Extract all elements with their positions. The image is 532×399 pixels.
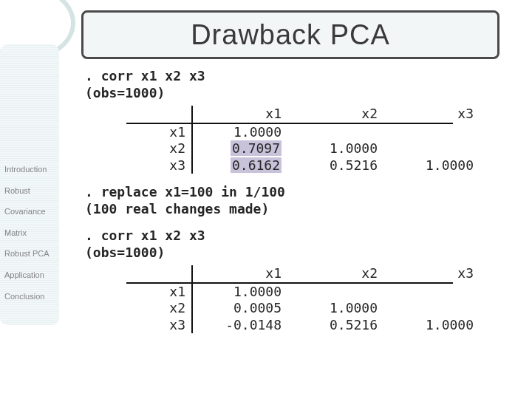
- col-header: x2: [289, 265, 385, 282]
- col-header: x2: [289, 106, 385, 123]
- stata-replace-result: (100 real changes made): [85, 201, 514, 218]
- stata-cmd-replace: . replace x1=100 in 1/100: [85, 184, 514, 201]
- title-box: Drawback PCA: [81, 10, 499, 59]
- sidebar-item-covariance: Covariance: [4, 201, 71, 222]
- header-blank: [126, 265, 193, 282]
- sidebar-item-robust: Robust: [4, 180, 71, 202]
- table-row: x2 0.7097 1.0000: [126, 140, 514, 157]
- cell: -0.0148: [193, 317, 289, 334]
- table-row: x1 1.0000: [126, 284, 514, 301]
- corr-table-2: x1 x2 x3 x1 1.0000 x2 0.0005 1.0000: [126, 265, 514, 333]
- cell: 0.5216: [289, 157, 385, 174]
- cell: 1.0000: [385, 157, 481, 174]
- page-title: Drawback PCA: [191, 19, 390, 51]
- cell: 0.6162: [193, 157, 289, 174]
- row-label: x3: [126, 317, 193, 334]
- sidebar-nav: Introduction Robust Covariance Matrix Ro…: [4, 159, 71, 307]
- col-header: x1: [193, 106, 289, 123]
- slide: Drawback PCA Introduction Robust Covaria…: [0, 0, 532, 399]
- sidebar-item-application: Application: [4, 265, 71, 286]
- table-header-row: x1 x2 x3: [126, 265, 514, 282]
- stata-obs-1: (obs=1000): [85, 85, 514, 102]
- highlight-cell: 0.7097: [231, 140, 282, 156]
- corr-table-1: x1 x2 x3 x1 1.0000 x2 0.7097 1.0000: [126, 106, 514, 174]
- sidebar-item-robust-pca: Robust PCA: [4, 243, 71, 265]
- col-header: x1: [193, 265, 289, 282]
- highlight-cell: 0.6162: [231, 157, 282, 173]
- cell: 1.0000: [289, 300, 385, 317]
- row-label: x1: [126, 284, 193, 301]
- stata-cmd-corr-2: . corr x1 x2 x3: [85, 228, 514, 245]
- col-header: x3: [385, 265, 481, 282]
- row-label: x2: [126, 300, 193, 317]
- cell: 0.5216: [289, 317, 385, 334]
- table-row: x3 -0.0148 0.5216 1.0000: [126, 317, 514, 334]
- cell: 1.0000: [193, 284, 289, 301]
- row-label: x1: [126, 124, 193, 141]
- row-label: x3: [126, 157, 193, 174]
- table-row: x1 1.0000: [126, 124, 514, 141]
- sidebar-item-matrix: Matrix: [4, 222, 71, 244]
- cell: 1.0000: [385, 317, 481, 334]
- sidebar-item-conclusion: Conclusion: [4, 286, 71, 307]
- cell: 0.7097: [193, 140, 289, 157]
- stata-obs-2: (obs=1000): [85, 245, 514, 262]
- table-header-row: x1 x2 x3: [126, 106, 514, 123]
- table-row: x2 0.0005 1.0000: [126, 300, 514, 317]
- table-row: x3 0.6162 0.5216 1.0000: [126, 157, 514, 174]
- cell: 1.0000: [289, 140, 385, 157]
- sidebar-item-introduction: Introduction: [4, 159, 71, 180]
- cell: 0.0005: [193, 300, 289, 317]
- header-blank: [126, 106, 193, 123]
- row-label: x2: [126, 140, 193, 157]
- cell: 1.0000: [193, 124, 289, 141]
- content-area: . corr x1 x2 x3 (obs=1000) x1 x2 x3 x1 1…: [85, 68, 514, 333]
- col-header: x3: [385, 106, 481, 123]
- stata-cmd-corr-1: . corr x1 x2 x3: [85, 68, 514, 85]
